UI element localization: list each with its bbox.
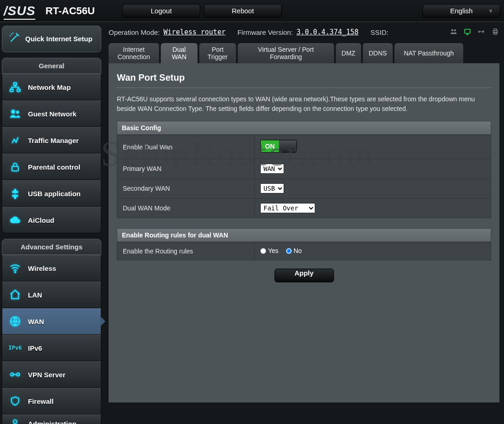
network-map-icon xyxy=(9,81,22,94)
sidebar-item-administration[interactable]: Administration xyxy=(2,414,101,424)
op-mode-label: Operation Mode: xyxy=(109,28,160,36)
enable-dual-wan-toggle[interactable]: ON xyxy=(260,140,297,153)
routing-rules-heading: Enable Routing rules for dual WAN xyxy=(117,228,491,242)
sidebar-item-label: Guest Network xyxy=(28,110,77,118)
model-label: RT-AC56U xyxy=(45,5,95,17)
quick-internet-setup-button[interactable]: Quick Internet Setup xyxy=(2,26,101,52)
sidebar-item-label: AiCloud xyxy=(28,216,55,224)
svg-point-10 xyxy=(13,420,17,424)
puzzle-icon xyxy=(9,187,22,200)
ssid-label: SSID: xyxy=(371,28,389,36)
tab-internet-connection[interactable]: Internet Connection xyxy=(109,43,159,63)
clients-icon[interactable] xyxy=(449,28,458,37)
dual-wan-mode-select[interactable]: Fail Over xyxy=(260,203,315,213)
sidebar-item-wan[interactable]: WAN xyxy=(2,308,101,335)
app-header: /SUS RT-AC56U Logout Reboot English ▼ xyxy=(0,0,504,22)
content-panel: Wan Port Setup RT-AC56U supports several… xyxy=(109,63,499,402)
svg-point-8 xyxy=(11,373,14,376)
ipv6-icon: IPv6 xyxy=(9,341,22,354)
brand-text: /SUS xyxy=(4,4,35,18)
sidebar-item-ipv6[interactable]: IPv6 IPv6 xyxy=(2,335,101,361)
status-icons xyxy=(449,28,499,37)
routing-rules-table: Enable the Routing rules Yes No xyxy=(117,242,491,260)
sidebar-item-label: Parental control xyxy=(28,163,80,171)
advanced-heading: Advanced Settings xyxy=(2,239,101,255)
status-bar: Operation Mode: Wireless router Firmware… xyxy=(109,26,499,39)
routing-yes-radio[interactable]: Yes xyxy=(260,247,279,254)
sidebar-item-parental-control[interactable]: Parental control xyxy=(2,154,101,180)
sidebar-item-guest-network[interactable]: Guest Network xyxy=(2,100,101,127)
sidebar-item-label: Wireless xyxy=(28,264,56,272)
sidebar-item-vpn-server[interactable]: VPN Server xyxy=(2,361,101,388)
logout-button[interactable]: Logout xyxy=(122,4,200,18)
tab-dual-wan[interactable]: Dual WAN xyxy=(161,43,197,63)
svg-point-12 xyxy=(454,29,456,31)
printer-status-icon[interactable] xyxy=(491,28,499,37)
row-label-secondary-wan: Secondary WAN xyxy=(117,179,255,198)
svg-rect-13 xyxy=(465,29,470,33)
sidebar-item-label: Firewall xyxy=(28,397,54,405)
traffic-icon xyxy=(9,134,22,147)
svg-point-6 xyxy=(15,272,16,273)
svg-point-11 xyxy=(451,29,454,31)
svg-point-4 xyxy=(16,111,19,114)
sidebar-item-label: WAN xyxy=(28,318,44,325)
wand-icon xyxy=(9,32,21,46)
sidebar-item-label: VPN Server xyxy=(28,371,66,379)
svg-rect-0 xyxy=(14,83,17,85)
tab-dmz[interactable]: DMZ xyxy=(336,43,361,63)
row-label-dual-wan-mode: Dual WAN Mode xyxy=(117,198,255,218)
fw-link[interactable]: 3.0.0.4.374_158 xyxy=(296,28,358,36)
divider xyxy=(117,88,491,88)
fw-label: Firmware Version: xyxy=(237,28,293,36)
chevron-down-icon: ▼ xyxy=(488,8,493,14)
svg-point-3 xyxy=(11,110,15,114)
sidebar-item-usb-application[interactable]: USB application xyxy=(2,180,101,207)
svg-rect-5 xyxy=(12,166,18,171)
tab-ddns[interactable]: DDNS xyxy=(363,43,393,63)
brand-logo: /SUS xyxy=(4,4,35,18)
sidebar-item-wireless[interactable]: Wireless xyxy=(2,255,101,281)
row-label-routing-rules: Enable the Routing rules xyxy=(117,242,255,260)
routing-no-radio[interactable]: No xyxy=(286,247,302,254)
tab-nat-passthrough[interactable]: NAT Passthrough xyxy=(394,43,463,63)
op-mode-link[interactable]: Wireless router xyxy=(164,28,225,36)
sidebar-item-aicloud[interactable]: AiCloud xyxy=(2,207,101,233)
sidebar-item-label: Network Map xyxy=(28,83,71,91)
qis-label: Quick Internet Setup xyxy=(25,35,93,43)
main-panel: Operation Mode: Wireless router Firmware… xyxy=(103,22,504,424)
tab-virtual-server-port-forwarding[interactable]: Virtual Server / Port Forwarding xyxy=(238,43,334,63)
tab-port-trigger[interactable]: Port Trigger xyxy=(199,43,236,63)
usb-status-icon[interactable] xyxy=(477,28,487,37)
svg-rect-16 xyxy=(494,29,497,31)
page-description: RT-AC56U supports several connection typ… xyxy=(117,94,491,114)
vpn-icon xyxy=(9,368,22,381)
sidebar-item-firewall[interactable]: Firewall xyxy=(2,388,101,414)
lock-icon xyxy=(9,160,22,173)
cloud-icon xyxy=(9,214,22,226)
user-icon xyxy=(9,417,22,424)
apply-button[interactable]: Apply xyxy=(274,269,334,282)
basic-config-heading: Basic Config xyxy=(117,121,491,135)
primary-wan-select[interactable]: WAN xyxy=(260,164,284,174)
sidebar-item-network-map[interactable]: Network Map xyxy=(2,74,101,100)
language-dropdown[interactable]: English ▼ xyxy=(422,4,500,18)
svg-point-9 xyxy=(16,373,20,376)
sidebar-item-label: LAN xyxy=(28,291,42,299)
reboot-button[interactable]: Reboot xyxy=(204,4,282,18)
svg-rect-1 xyxy=(10,89,13,91)
sidebar-general: General Network Map Guest Network Traffi… xyxy=(2,58,101,233)
wifi-icon xyxy=(9,262,22,275)
network-status-icon[interactable] xyxy=(463,28,472,37)
basic-config-table: Enable Dual Wan ON Primary WAN WAN Secon… xyxy=(117,135,491,218)
sidebar-item-traffic-manager[interactable]: Traffic Manager xyxy=(2,127,101,154)
row-label-enable-dual-wan: Enable Dual Wan xyxy=(117,135,255,159)
svg-rect-2 xyxy=(17,89,20,91)
globe-icon xyxy=(9,315,22,328)
sidebar-item-label: Traffic Manager xyxy=(28,137,79,144)
tab-bar: Internet ConnectionDual WANPort TriggerV… xyxy=(109,43,499,63)
sidebar-item-lan[interactable]: LAN xyxy=(2,281,101,308)
secondary-wan-select[interactable]: USB xyxy=(260,183,284,193)
svg-point-14 xyxy=(478,31,480,32)
page-title: Wan Port Setup xyxy=(117,72,491,83)
